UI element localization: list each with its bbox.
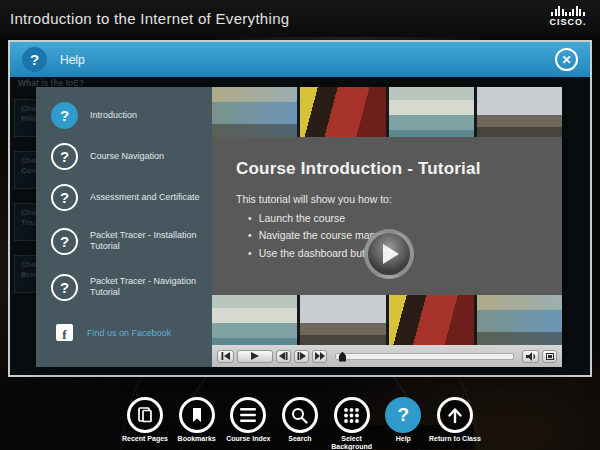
recent-pages-button[interactable]: Recent Pages [121,397,169,450]
bullet-item: •Navigate the course map [248,227,385,244]
dashboard-button-label: Course Index [221,435,275,443]
question-circle-icon: ? [51,102,78,129]
dashboard-toolbar: Recent Pages Bookmarks Course Index Sear… [121,397,479,450]
volume-button[interactable] [522,350,539,363]
cisco-wordmark: cisco. [546,17,590,27]
help-button[interactable]: ? Help [379,397,427,450]
cisco-bridge-icon [546,5,590,16]
seek-bar[interactable] [335,353,514,360]
bookmarks-button[interactable]: Bookmarks [173,397,221,450]
help-dialog-title: Help [60,53,85,67]
question-circle-icon: ? [51,274,78,301]
help-icon: ? [385,397,421,433]
video-frame-strip-bottom [212,295,562,345]
seek-marker[interactable] [339,352,346,362]
question-circle-icon: ? [51,184,78,211]
fullscreen-button[interactable] [542,350,557,363]
sidebar-item-label: Assessment and Certificate [90,192,202,203]
photo-mountain-summit [477,87,562,137]
help-dialog: ? Help ✕ What is the IoE? ChapPillars Ch… [8,40,592,377]
return-to-class-button[interactable]: Return to Class [431,397,479,450]
dashboard-button-label: Bookmarks [170,435,224,443]
question-circle-icon: ? [51,143,78,170]
play-icon [383,244,399,264]
course-title: Introduction to the Internet of Everythi… [10,10,289,27]
course-title-bar: Introduction to the Internet of Everythi… [0,0,600,37]
photo-guitars [389,295,474,345]
bullet-item: •Launch the course [248,210,385,227]
tutorial-slide: Course Introduction - Tutorial This tuto… [212,137,562,295]
return-to-class-icon [437,397,473,433]
photo-harbor-aerial [389,87,474,137]
help-dialog-body: What is the IoE? ChapPillars ChapConn Ch… [10,77,590,375]
video-play-button[interactable] [364,229,414,279]
sidebar-item-label: Packet Tracer - Installation Tutorial [90,230,202,253]
bookmarks-icon [179,397,215,433]
tutorial-content: Course Introduction - Tutorial This tuto… [212,87,562,367]
photo-mountain-summit [300,295,385,345]
sidebar-item-pt-installation[interactable]: ? Packet Tracer - Installation Tutorial [36,218,212,264]
fast-forward-button[interactable] [312,350,327,363]
close-icon[interactable]: ✕ [555,48,578,71]
sidebar-item-assessment-certificate[interactable]: ? Assessment and Certificate [36,177,212,218]
app-window: Introduction to the Internet of Everythi… [0,0,600,450]
search-button[interactable]: Search [276,397,324,450]
tutorial-heading: Course Introduction - Tutorial [236,159,481,179]
next-frame-button[interactable] [294,350,309,363]
skip-to-start-button[interactable] [217,350,234,363]
recent-pages-icon [127,397,163,433]
sidebar-item-label: Course Navigation [90,151,202,162]
search-icon [282,397,318,433]
facebook-link-label: Find us on Facebook [87,328,171,338]
select-background-button[interactable]: Select Background [328,397,376,450]
sidebar-item-label: Packet Tracer - Navigation Tutorial [90,276,202,299]
question-circle-icon: ? [51,228,78,255]
course-index-icon [230,397,266,433]
sidebar-item-label: Introduction [90,110,202,121]
course-index-button[interactable]: Course Index [224,397,272,450]
video-frame-strip-top [212,87,562,137]
dashboard-button-label: Select Background [325,435,379,450]
facebook-link[interactable]: f Find us on Facebook [36,324,212,341]
help-question-icon: ? [22,47,47,72]
facebook-icon: f [56,324,73,341]
photo-blue-tram [212,87,297,137]
photo-blue-tram [477,295,562,345]
dashboard-button-label: Search [273,435,327,443]
help-panel: ? Introduction ? Course Navigation ? Ass… [36,87,562,367]
photo-guitars [300,87,385,137]
previous-frame-button[interactable] [276,350,291,363]
sidebar-item-pt-navigation[interactable]: ? Packet Tracer - Navigation Tutorial [36,264,212,310]
photo-harbor-aerial [212,295,297,345]
sidebar-item-course-navigation[interactable]: ? Course Navigation [36,136,212,177]
cisco-logo: cisco. [546,5,590,27]
tutorial-intro-text: This tutorial will show you how to: [236,193,392,205]
sidebar-item-introduction[interactable]: ? Introduction [36,95,212,136]
video-player-controls [212,345,562,367]
help-topics-sidebar: ? Introduction ? Course Navigation ? Ass… [36,87,212,367]
dashboard-button-label: Recent Pages [118,435,172,443]
help-dialog-header: ? Help ✕ [10,42,590,77]
play-button[interactable] [237,350,273,363]
dashboard-button-label: Return to Class [428,435,482,443]
dashboard-button-label: Help [376,435,430,443]
select-background-icon [334,397,370,433]
